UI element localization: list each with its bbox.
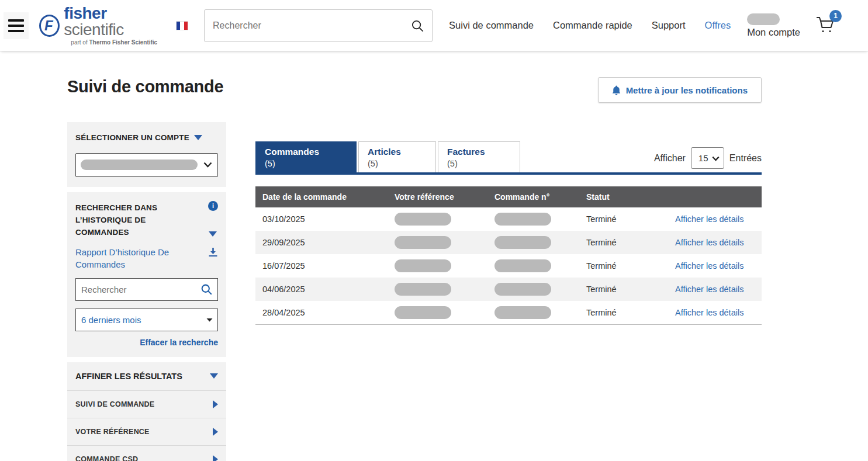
account-menu[interactable]: Mon compte — [747, 13, 800, 38]
cart-count-badge: 1 — [829, 10, 842, 22]
redacted-order-number — [494, 306, 551, 319]
page-title: Suivi de commande — [67, 77, 223, 96]
tab-label: Articles — [368, 146, 435, 158]
order-status: Terminé — [586, 231, 675, 254]
nav-commande-rapide[interactable]: Commande rapide — [553, 20, 632, 31]
tab-articles[interactable]: Articles (5) — [358, 141, 436, 172]
redacted-order-number — [494, 236, 551, 249]
history-search-input[interactable] — [76, 279, 217, 300]
col-status: Statut — [586, 186, 675, 207]
order-status: Terminé — [586, 207, 675, 231]
col-actions — [675, 186, 762, 207]
logo-brand-light: scientific — [64, 20, 123, 39]
view-details-link[interactable]: Afficher les détails — [675, 238, 743, 247]
history-search-field — [75, 278, 218, 301]
order-history-report-link[interactable]: Rapport D’historique De Commandes — [75, 246, 192, 271]
table-header-row: Date de la commande Votre référence Comm… — [255, 186, 762, 207]
redacted-order-number — [494, 213, 551, 226]
cart-button[interactable]: 1 — [815, 15, 835, 36]
search-icon[interactable] — [200, 283, 213, 298]
filter-label: COMMANDE CSD — [75, 455, 138, 461]
redacted-account-name — [747, 13, 780, 25]
hamburger-menu-icon[interactable] — [4, 12, 29, 39]
table-row: 29/09/2025 Terminé Afficher les détails — [255, 231, 762, 254]
order-history-search-section: RECHERCHER DANS L’HISTORIQUE DE COMMANDE… — [67, 192, 226, 357]
header-search — [204, 9, 433, 42]
download-icon[interactable] — [208, 247, 218, 259]
order-history-report[interactable]: Rapport D’historique De Commandes — [75, 246, 218, 271]
filter-commande-csd[interactable]: COMMANDE CSD — [67, 445, 226, 461]
view-details-link[interactable]: Afficher les détails — [675, 308, 743, 317]
order-date: 28/04/2025 — [255, 301, 395, 324]
filter-suivi-de-commande[interactable]: SUIVI DE COMMANDE — [67, 390, 226, 418]
order-date: 16/07/2025 — [255, 254, 395, 278]
tab-count: (5) — [447, 158, 520, 170]
select-account-section: SÉLECTIONNER UN COMPTE — [67, 122, 226, 187]
collapse-arrow-icon[interactable] — [209, 231, 217, 237]
logo-f-icon: F — [39, 15, 60, 37]
clear-search-link[interactable]: Effacer la recherche — [75, 338, 218, 347]
tab-label: Commandes — [265, 146, 356, 158]
collapse-arrow-icon — [210, 373, 218, 379]
redacted-account-value — [81, 160, 198, 170]
expand-arrow-icon — [213, 400, 218, 408]
view-details-link[interactable]: Afficher les détails — [675, 261, 743, 271]
redacted-reference — [395, 236, 451, 249]
view-details-link[interactable]: Afficher les détails — [675, 285, 743, 294]
filters-sidebar: SÉLECTIONNER UN COMPTE RECHERCHER DANS L… — [67, 122, 226, 461]
tab-commandes[interactable]: Commandes (5) — [255, 141, 357, 175]
order-status: Terminé — [586, 278, 675, 301]
page-size-select[interactable]: 15 — [691, 147, 724, 169]
account-label[interactable]: Mon compte — [747, 27, 800, 38]
top-header: F fisher scientific part of Thermo Fishe… — [0, 0, 868, 51]
col-order-number: Commande n° — [494, 186, 586, 207]
fisher-scientific-logo[interactable]: F fisher scientific part of Thermo Fishe… — [39, 5, 160, 46]
redacted-order-number — [494, 259, 551, 272]
redacted-order-number — [494, 283, 551, 296]
refine-results-header[interactable]: AFFINER LES RÉSULTATS — [67, 362, 226, 390]
tab-factures[interactable]: Factures (5) — [438, 141, 520, 172]
table-row: 03/10/2025 Terminé Afficher les détails — [255, 207, 762, 231]
redacted-reference — [395, 283, 451, 296]
chevron-down-icon — [712, 153, 720, 164]
bell-icon — [612, 85, 621, 95]
update-notifications-button[interactable]: Mettre à jour les notifications — [598, 77, 762, 103]
period-select[interactable]: 6 derniers mois — [75, 309, 218, 331]
refine-results-title: AFFINER LES RÉSULTATS — [75, 372, 182, 381]
account-select[interactable] — [75, 153, 218, 177]
nav-support[interactable]: Support — [652, 20, 686, 31]
filter-label: VOTRE RÉFÉRENCE — [75, 428, 150, 436]
view-details-link[interactable]: Afficher les détails — [675, 214, 743, 224]
search-input[interactable] — [204, 9, 433, 42]
tab-count: (5) — [265, 158, 356, 170]
info-icon[interactable]: i — [208, 201, 218, 211]
expand-arrow-icon — [213, 455, 218, 461]
redacted-reference — [395, 259, 451, 272]
redacted-reference — [395, 306, 451, 319]
logo-tagline: part of Thermo Fisher Scientific — [71, 40, 160, 46]
filter-label: SUIVI DE COMMANDE — [75, 400, 154, 408]
select-account-title: SÉLECTIONNER UN COMPTE — [75, 133, 189, 142]
page-size-suffix-label: Entrées — [729, 153, 762, 164]
redacted-reference — [395, 213, 451, 226]
primary-nav: Suivi de commande Commande rapide Suppor… — [449, 20, 731, 31]
period-selected-value: 6 derniers mois — [81, 315, 141, 325]
nav-offres[interactable]: Offres — [705, 20, 731, 31]
tab-label: Factures — [447, 146, 520, 158]
order-date: 04/06/2025 — [255, 278, 395, 301]
collapse-arrow-icon — [194, 135, 202, 140]
page-size-prefix-label: Afficher — [654, 153, 686, 164]
select-account-header[interactable]: SÉLECTIONNER UN COMPTE — [75, 132, 218, 144]
refine-results-section: AFFINER LES RÉSULTATS SUIVI DE COMMANDE … — [67, 362, 226, 461]
filter-votre-reference[interactable]: VOTRE RÉFÉRENCE — [67, 418, 226, 445]
french-flag-icon[interactable] — [177, 22, 188, 30]
page-size-control: Afficher 15 Entrées — [654, 147, 762, 169]
order-status: Terminé — [586, 301, 675, 324]
orders-table: Date de la commande Votre référence Comm… — [255, 186, 762, 325]
table-row: 04/06/2025 Terminé Afficher les détails — [255, 278, 762, 301]
nav-suivi-de-commande[interactable]: Suivi de commande — [449, 20, 534, 31]
table-row: 16/07/2025 Terminé Afficher les détails — [255, 254, 762, 278]
col-reference: Votre référence — [395, 186, 494, 207]
col-date: Date de la commande — [255, 186, 395, 207]
search-icon[interactable] — [411, 19, 424, 35]
